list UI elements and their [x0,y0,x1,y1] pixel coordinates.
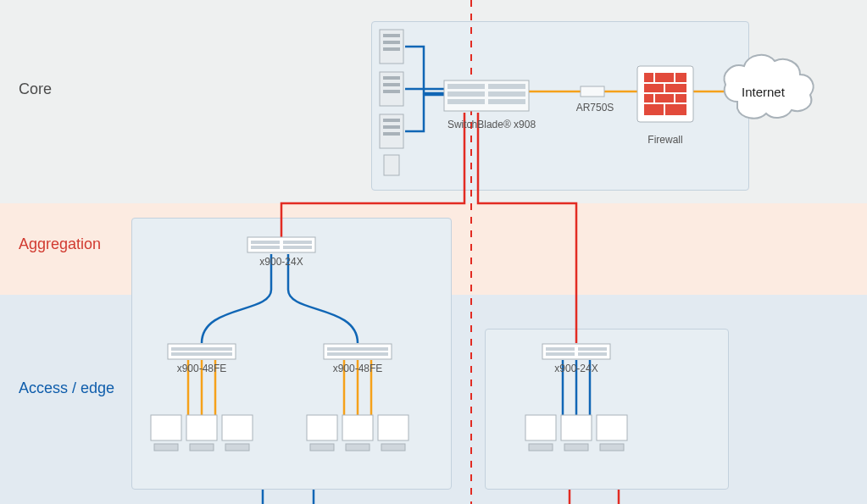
x900-24x-label-2: x900-24X [542,363,610,374]
internet-label: Internet [742,85,785,99]
aggregation-label: Aggregation [19,235,101,253]
core-group-box [371,21,749,191]
x900-48fe-label-2: x900-48FE [324,363,392,374]
access-label: Access / edge [19,379,114,397]
ar750s-label: AR750S [570,102,620,114]
x900-24x-label: x900-24X [247,256,315,268]
switchblade-label: SwitchBlade® x908 [441,119,542,130]
right-group-box [485,329,729,490]
x900-48fe-label: x900-48FE [168,363,236,374]
firewall-label: Firewall [637,134,693,146]
core-label: Core [19,80,52,98]
diagram-canvas: Core Aggregation Access / edge [0,0,867,504]
